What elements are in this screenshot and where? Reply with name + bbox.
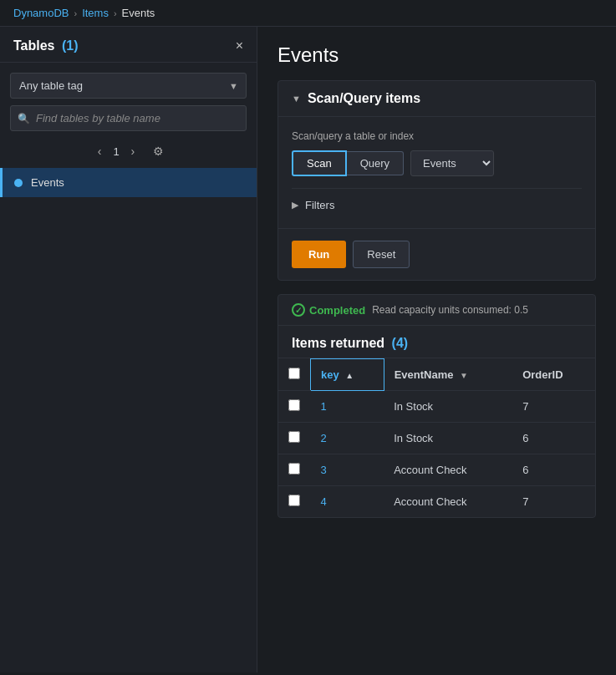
eventname-sort-icon: ▼ [460,371,468,380]
row-eventname-3: Account Check [384,454,512,485]
breadcrumb-current: Events [122,7,155,19]
header-orderid[interactable]: OrderID [512,359,595,391]
sidebar-close-button[interactable]: × [236,38,243,53]
pagination: ‹ 1 › ⚙ [0,140,257,168]
filters-label: Filters [305,199,334,211]
row-checkbox-2[interactable] [288,431,300,443]
layout: Tables (1) × Any table tag ▼ 🔍 ‹ 1 › ⚙ E… [0,27,616,672]
row-key-1[interactable]: 1 [311,390,384,422]
results-status-bar: ✓ Completed Read capacity units consumed… [278,295,595,326]
status-capacity: Read capacity units consumed: 0.5 [372,304,528,316]
row-checkbox-3[interactable] [288,463,300,475]
row-orderid-2: 6 [512,422,595,454]
filters-arrow-icon: ▶ [292,200,298,211]
breadcrumb: DynamoDB › Items › Events [0,0,616,27]
table-row: 1 In Stock 7 [278,390,595,422]
scan-query-panel: ▼ Scan/Query items Scan/query a table or… [277,80,596,281]
row-orderid-4: 7 [512,485,595,517]
scan-button[interactable]: Scan [292,150,347,176]
results-table: key ▲ EventName ▼ OrderID [278,358,595,517]
items-returned-title: Items returned (4) [292,336,408,350]
index-select[interactable]: Events [410,150,494,176]
pagination-current: 1 [113,145,119,158]
scan-query-controls: Scan Query Events [292,150,582,176]
search-icon: 🔍 [18,113,30,124]
table-item-events[interactable]: Events [0,168,257,197]
row-key-3[interactable]: 3 [311,454,384,485]
action-buttons: Run Reset [278,228,595,280]
header-eventname[interactable]: EventName ▼ [384,359,512,391]
table-tag-dropdown[interactable]: Any table tag [10,73,247,99]
row-eventname-4: Account Check [384,485,512,517]
query-button[interactable]: Query [347,151,404,175]
select-all-checkbox[interactable] [288,368,300,379]
status-completed: ✓ Completed [292,303,365,317]
panel-collapse-arrow: ▼ [292,94,301,104]
breadcrumb-chevron-2: › [114,8,117,18]
status-check-icon: ✓ [292,303,305,317]
table-row: 4 Account Check 7 [278,485,595,517]
row-key-4[interactable]: 4 [311,485,384,517]
row-checkbox-cell [278,485,311,517]
sidebar-title: Tables (1) [13,38,79,53]
header-checkbox-col [278,359,311,391]
row-eventname-1: In Stock [384,390,512,422]
breadcrumb-chevron-1: › [74,8,77,18]
row-checkbox-cell [278,422,311,454]
table-item-dot [14,179,23,187]
row-checkbox-4[interactable] [288,495,300,506]
row-orderid-1: 7 [512,390,595,422]
breadcrumb-dynamodb[interactable]: DynamoDB [13,7,69,19]
items-returned-header: Items returned (4) [278,326,595,358]
table-row: 2 In Stock 6 [278,422,595,454]
results-panel: ✓ Completed Read capacity units consumed… [277,294,596,518]
key-sort-icon: ▲ [345,371,354,380]
run-button[interactable]: Run [292,241,346,268]
sidebar-header: Tables (1) × [0,27,257,63]
table-row: 3 Account Check 6 [278,454,595,485]
page-title: Events [277,43,596,67]
pagination-prev-button[interactable]: ‹ [93,143,107,160]
scan-query-panel-header[interactable]: ▼ Scan/Query items [278,81,595,117]
row-eventname-2: In Stock [384,422,512,454]
row-checkbox-1[interactable] [288,399,300,411]
breadcrumb-items[interactable]: Items [82,7,109,19]
row-checkbox-cell [278,390,311,422]
row-orderid-3: 6 [512,454,595,485]
table-tag-dropdown-container: Any table tag ▼ [10,73,247,99]
scan-query-label: Scan/query a table or index [292,130,582,142]
scan-query-panel-title: Scan/Query items [308,91,420,106]
row-checkbox-cell [278,454,311,485]
search-input[interactable] [10,105,247,131]
pagination-settings-button[interactable]: ⚙ [153,145,164,158]
header-key[interactable]: key ▲ [311,359,384,391]
reset-button[interactable]: Reset [353,241,410,268]
row-key-2[interactable]: 2 [311,422,384,454]
scan-query-panel-body: Scan/query a table or index Scan Query E… [278,117,595,228]
filters-row[interactable]: ▶ Filters [292,188,582,215]
main-content: Events ▼ Scan/Query items Scan/query a t… [257,27,616,672]
pagination-next-button[interactable]: › [126,143,140,160]
search-container: 🔍 [10,105,247,131]
table-list: Events [0,168,257,672]
table-item-name: Events [31,176,64,189]
sidebar: Tables (1) × Any table tag ▼ 🔍 ‹ 1 › ⚙ E… [0,27,257,672]
